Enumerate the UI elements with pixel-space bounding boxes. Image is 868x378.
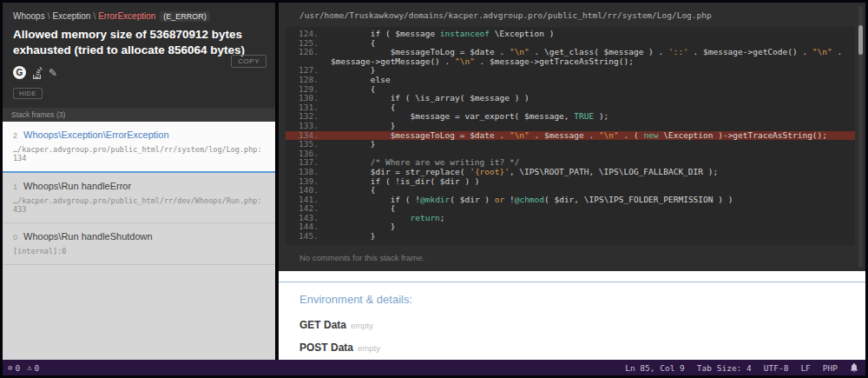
stack-frame-title: 1Whoops\Run handleError (13, 181, 265, 191)
pencil-icon[interactable]: ✎ (49, 67, 57, 79)
stack-frame-class: Whoops\Run handleShutdown (23, 231, 153, 242)
stack-frame-index: 1 (13, 182, 17, 191)
stack-frame-class: Whoops\Run handleError (23, 181, 131, 191)
environment-value: empty (351, 321, 373, 330)
stack-frame[interactable]: 0Whoops\Run handleShutdown[internal]:0 (3, 223, 275, 265)
stack-frames-list: 2Whoops\Exception\ErrorException…/kacper… (3, 122, 275, 360)
status-item[interactable]: LF (800, 363, 810, 373)
code-line: 135. } (286, 140, 855, 149)
environment-row: POST Dataempty (299, 339, 865, 355)
stack-frame-class: Whoops\Exception\ErrorException (23, 129, 169, 140)
file-path: /usr/home/Truskawkowy/domains/kacper.adv… (279, 3, 865, 27)
environment-label: GET Data (299, 319, 346, 331)
whoops-error-window: Whoops\Exception\ErrorException(E_ERROR)… (0, 0, 868, 378)
code-line: 126. $messageToLog = $date . "\n" . \get… (286, 48, 855, 66)
breadcrumb-part: Exception (52, 11, 90, 21)
stackoverflow-icon[interactable] (32, 67, 43, 79)
status-bar-right: Ln 85, Col 9Tab Size: 4UTF-8LFPHP (625, 363, 858, 373)
stack-frame-path: [internal]:0 (13, 247, 265, 255)
error-circle-icon: ⊘ (8, 363, 12, 372)
left-panel: Whoops\Exception\ErrorException(E_ERROR)… (3, 3, 275, 360)
line-content: if ( $message instanceof \Exception ) (319, 30, 855, 39)
code-line: 145. } (286, 232, 855, 242)
copy-button[interactable]: COPY (231, 55, 266, 68)
bell-icon[interactable] (850, 363, 858, 373)
line-content: $messageToLog = $date . "\n" . $message … (319, 131, 855, 141)
error-level-badge: (E_ERROR) (160, 11, 210, 22)
environment-row: GET Dataempty (299, 316, 865, 332)
status-item[interactable]: UTF-8 (764, 363, 789, 373)
line-content: } (319, 66, 855, 76)
line-content: if ( !is_dir( $dir ) ) (319, 177, 855, 187)
environment-inner: Environment & details: GET DataemptyPOST… (279, 282, 865, 360)
warning-triangle-icon: ⚠ (27, 363, 31, 372)
breadcrumb-part: Whoops (13, 11, 45, 21)
breadcrumb: Whoops\Exception\ErrorException(E_ERROR) (13, 11, 265, 21)
status-count: 0 (15, 363, 20, 373)
main-area: Whoops\Exception\ErrorException(E_ERROR)… (3, 3, 865, 360)
environment-title: Environment & details: (299, 293, 865, 306)
stack-frame-path: …/kacper.advgroup.pro/public_html/rr/sys… (13, 145, 265, 162)
breadcrumb-part: ErrorException (98, 11, 155, 21)
environment-label: POST Data (299, 342, 353, 354)
stack-frame-title: 2Whoops\Exception\ErrorException (13, 129, 265, 140)
google-search-icon[interactable]: G (13, 66, 26, 79)
no-comments-text: No comments for this stack frame. (279, 245, 865, 268)
right-panel: /usr/home/Truskawkowy/domains/kacper.adv… (279, 3, 865, 360)
code-section: /usr/home/Truskawkowy/domains/kacper.adv… (279, 3, 865, 271)
line-number: 138. (286, 168, 319, 177)
environment-rows: GET DataemptyPOST DataemptyFilesemptyCoo… (299, 316, 865, 360)
status-warning-triangle[interactable]: ⚠0 (27, 363, 39, 373)
stack-frame-index: 0 (13, 233, 17, 242)
status-bar-left: ⊘0⚠0 (8, 363, 39, 373)
search-icon-row: G ✎ (13, 66, 265, 79)
line-number: 133. (286, 122, 319, 131)
environment-section: Environment & details: GET DataemptyPOST… (279, 271, 865, 360)
line-content: else (319, 76, 855, 85)
line-number: 126. (286, 48, 319, 66)
line-content: } (319, 140, 855, 149)
line-number: 145. (286, 232, 319, 242)
status-item[interactable]: Tab Size: 4 (697, 363, 752, 373)
exception-message: Allowed memory size of 536870912 bytes e… (13, 27, 256, 58)
breadcrumb-separator: \ (48, 11, 50, 21)
stack-frame[interactable]: 1Whoops\Run handleError…/kacper.advgroup… (3, 173, 275, 223)
stack-frame-title: 0Whoops\Run handleShutdown (13, 231, 265, 242)
line-content: return; (319, 214, 855, 223)
environment-value: empty (358, 343, 380, 353)
code-scrollbar[interactable] (858, 6, 863, 268)
status-count: 0 (35, 363, 40, 373)
exception-header: Whoops\Exception\ErrorException(E_ERROR)… (3, 3, 275, 108)
line-content: if ( \is_array( $message ) ) (319, 94, 855, 103)
line-number: 124. (286, 30, 319, 39)
status-item[interactable]: PHP (823, 363, 838, 373)
line-content: } (319, 232, 855, 242)
line-content: $message = var_export( $message, TRUE ); (319, 112, 855, 122)
status-item[interactable]: Ln 85, Col 9 (625, 363, 685, 373)
stack-frame-path: …/kacper.advgroup.pro/public_html/rr/dev… (13, 196, 265, 214)
stack-frame[interactable]: 2Whoops\Exception\ErrorException…/kacper… (3, 122, 275, 173)
line-content: } (319, 222, 855, 232)
status-error-circle[interactable]: ⊘0 (8, 363, 20, 373)
line-content: if ( !@mkdir( $dir ) or !@chmod( $dir, \… (319, 196, 855, 205)
stack-frames-header: Stack frames (3) (3, 108, 275, 122)
code-scrollbar-thumb[interactable] (858, 25, 863, 55)
code-block: 124. if ( $message instanceof \Exception… (286, 27, 855, 245)
status-bar: ⊘0⚠0 Ln 85, Col 9Tab Size: 4UTF-8LFPHP (3, 360, 865, 375)
line-content: $messageToLog = $date . "\n" . \get_clas… (319, 48, 855, 66)
hide-button[interactable]: HIDE (13, 88, 43, 99)
line-number: 128. (286, 76, 319, 85)
breadcrumb-separator: \ (93, 11, 95, 21)
stack-frame-index: 2 (13, 131, 17, 140)
